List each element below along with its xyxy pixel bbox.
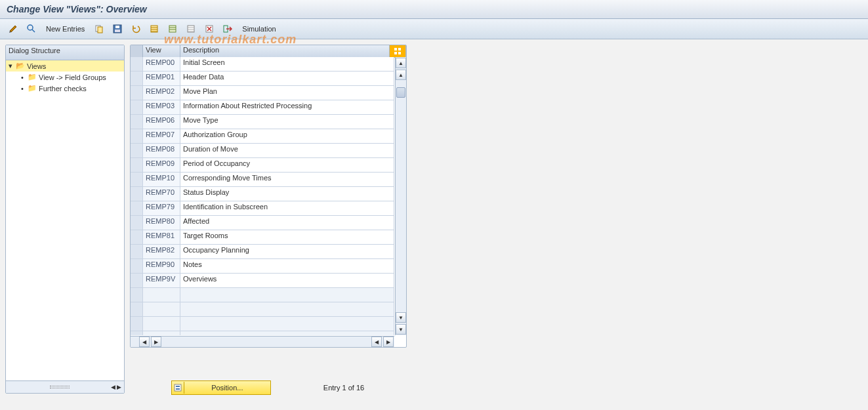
scroll-down-icon[interactable]: ▼ [396,312,406,323]
svg-point-0 [28,25,33,30]
row-selector[interactable] [131,245,143,258]
svg-rect-14 [398,52,401,54]
scroll-down-icon[interactable]: ▼ [396,324,406,335]
cell-view: REMP09 [143,158,180,172]
table-row[interactable]: REMP9VOverviews [131,274,394,288]
tree-item-further-checks[interactable]: • 📁 Further checks [6,83,124,94]
tree-scroll-left-icon[interactable]: ◀ [111,384,115,390]
scroll-right-icon[interactable]: ▶ [151,337,161,347]
row-selector[interactable] [131,100,143,114]
select-all-icon[interactable] [146,22,162,36]
col-view[interactable]: View [143,45,180,57]
cell-description: Identification in Subscreen [180,201,394,215]
table-row[interactable]: REMP79Identification in Subscreen [131,201,394,216]
find-icon[interactable] [24,22,39,36]
resize-handle[interactable] [43,384,76,390]
horizontal-scrollbar[interactable]: ◀ ▶ ◀ ▶ [131,336,394,347]
tree-item-field-groups[interactable]: • 📁 View -> Field Groups [6,72,124,83]
cell-description: Target Rooms [180,230,394,244]
tree-item-views[interactable]: ▾ 📂 Views [6,60,124,72]
row-selector[interactable] [131,86,143,100]
table-row[interactable]: REMP02Move Plan [131,86,394,100]
grid-body: REMP00Initial ScreenREMP01Header DataREM… [131,57,394,335]
expand-icon[interactable]: ▾ [7,62,14,70]
select-block-icon[interactable] [165,22,180,36]
table-row[interactable]: REMP10Corresponding Move Times [131,173,394,187]
svg-rect-15 [175,384,181,391]
cell-view: REMP9V [143,274,180,287]
undo-icon[interactable] [128,22,144,36]
grid-wrap: View Description REMP00Initial ScreenREM… [130,45,405,395]
table-row[interactable]: REMP07Authorization Group [131,129,394,144]
svg-rect-2 [98,27,102,33]
configure-columns-icon[interactable] [390,45,406,57]
row-selector[interactable] [131,274,143,287]
cell-view: REMP79 [143,201,180,215]
cell-view [143,317,180,331]
table-row[interactable]: REMP06Move Type [131,115,394,129]
row-selector[interactable] [131,201,143,215]
row-selector[interactable] [131,216,143,230]
table-row[interactable]: REMP09Period of Occupancy [131,158,394,173]
table-row[interactable]: REMP70Status Display [131,187,394,201]
row-selector[interactable] [131,144,143,157]
position-label: Position... [184,384,270,392]
scroll-left-icon[interactable]: ◀ [139,337,150,347]
page-title: Change View "Views": Overview [0,0,868,19]
cell-view: REMP82 [143,245,180,258]
row-selector[interactable] [131,57,143,71]
cell-view: REMP07 [143,129,180,143]
svg-rect-17 [176,388,180,390]
row-selector[interactable] [131,230,143,244]
tree-footer: ◀ ▶ [6,380,124,393]
row-selector [131,288,143,302]
table-row[interactable]: REMP00Initial Screen [131,57,394,72]
new-entries-button[interactable]: New Entries [42,25,89,33]
tree-item-label: Further checks [39,85,87,92]
exit-icon[interactable] [220,22,236,36]
save-icon[interactable] [110,22,125,36]
svg-rect-7 [169,26,176,32]
row-selector [131,317,143,331]
row-selector[interactable] [131,129,143,143]
vertical-scrollbar[interactable]: ▲ ▲ ▼ ▼ [395,57,406,335]
tree-item-label: Views [27,62,46,70]
toggle-edit-icon[interactable] [5,22,21,36]
folder-icon: 📁 [28,73,37,81]
col-description[interactable]: Description [180,45,390,57]
row-selector[interactable] [131,173,143,186]
row-selector[interactable] [131,259,143,273]
cell-description: Duration of Move [180,144,394,157]
cell-view [143,302,180,316]
table-row[interactable]: REMP81Target Rooms [131,230,394,245]
table-row[interactable]: REMP01Header Data [131,72,394,86]
tree-scroll-right-icon[interactable]: ▶ [117,384,121,390]
row-selector[interactable] [131,158,143,172]
copy-icon[interactable] [91,22,107,36]
table-row[interactable]: REMP80Affected [131,216,394,230]
cell-description: Status Display [180,187,394,201]
cell-description: Header Data [180,72,394,85]
scroll-up-icon[interactable]: ▲ [396,70,406,80]
row-selector [131,302,143,316]
position-button[interactable]: Position... [171,380,271,395]
col-selector[interactable] [131,45,143,57]
deselect-all-icon[interactable] [183,22,199,36]
scroll-right-icon[interactable]: ▶ [383,337,394,347]
table-row[interactable]: REMP82Occupancy Planning [131,245,394,259]
table-row[interactable]: REMP03Information About Restricted Proce… [131,100,394,115]
table-row[interactable]: REMP08Duration of Move [131,144,394,158]
delete-icon[interactable] [201,22,217,36]
row-selector[interactable] [131,187,143,201]
cell-view: REMP08 [143,144,180,157]
row-selector[interactable] [131,72,143,85]
scroll-up-icon[interactable]: ▲ [396,58,406,68]
scroll-left-icon[interactable]: ◀ [371,337,382,347]
row-selector[interactable] [131,115,143,129]
svg-rect-5 [115,30,120,32]
table-row[interactable]: REMP90Notes [131,259,394,274]
cell-description: Corresponding Move Times [180,173,394,186]
simulation-button[interactable]: Simulation [238,25,279,33]
cell-description: Initial Screen [180,57,394,71]
scroll-thumb[interactable] [396,87,405,98]
